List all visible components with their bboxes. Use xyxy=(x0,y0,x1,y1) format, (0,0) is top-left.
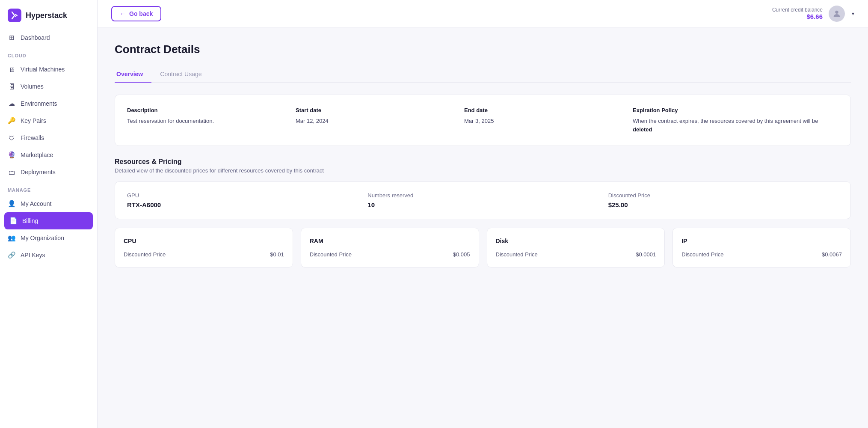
description-section: Description Test reservation for documen… xyxy=(127,107,285,134)
gpu-numbers-label: Numbers reserved xyxy=(367,192,598,199)
tab-overview[interactable]: Overview xyxy=(115,66,151,83)
billing-label: Billing xyxy=(22,217,38,224)
ram-card: RAM Discounted Price $0.005 xyxy=(301,228,479,268)
ip-price-row: Discounted Price $0.0067 xyxy=(681,251,842,258)
svg-point-1 xyxy=(835,10,838,13)
tab-contract-usage[interactable]: Contract Usage xyxy=(158,66,210,83)
key-pairs-label: Key Pairs xyxy=(21,117,46,124)
disk-title: Disk xyxy=(496,238,656,244)
cpu-title: CPU xyxy=(124,238,284,244)
go-back-label: Go back xyxy=(129,10,153,17)
sidebar-item-environments[interactable]: ☁ Environments xyxy=(0,95,97,112)
deployments-icon: 🗃 xyxy=(8,168,15,176)
my-organization-icon: 👥 xyxy=(8,234,15,242)
sidebar-item-my-organization[interactable]: 👥 My Organization xyxy=(0,229,97,247)
tabs: Overview Contract Usage xyxy=(115,66,851,83)
sidebar-nav: ⊞ Dashboard CLOUD 🖥 Virtual Machines 🗄 V… xyxy=(0,29,97,428)
marketplace-label: Marketplace xyxy=(21,152,53,158)
sidebar-item-marketplace[interactable]: 🔮 Marketplace xyxy=(0,146,97,163)
expiration-policy-label: Expiration Policy xyxy=(633,107,838,113)
end-date-section: End date Mar 3, 2025 xyxy=(464,107,622,134)
sidebar-item-billing[interactable]: 📄 Billing xyxy=(4,212,93,229)
marketplace-icon: 🔮 xyxy=(8,151,15,159)
sidebar-item-volumes[interactable]: 🗄 Volumes xyxy=(0,78,97,95)
sidebar: Hyperstack ⊞ Dashboard CLOUD 🖥 Virtual M… xyxy=(0,0,98,428)
cpu-card: CPU Discounted Price $0.01 xyxy=(115,228,293,268)
details-grid: Description Test reservation for documen… xyxy=(127,107,838,134)
ip-price-label: Discounted Price xyxy=(681,251,723,258)
key-pairs-icon: 🔑 xyxy=(8,117,15,125)
virtual-machines-icon: 🖥 xyxy=(8,65,15,73)
my-account-label: My Account xyxy=(21,200,51,207)
content-area: Contract Details Overview Contract Usage… xyxy=(98,27,868,428)
my-organization-label: My Organization xyxy=(21,235,64,241)
deployments-label: Deployments xyxy=(21,169,56,175)
contract-details-card: Description Test reservation for documen… xyxy=(115,95,851,146)
ram-price-value: $0.005 xyxy=(453,251,470,258)
description-label: Description xyxy=(127,107,285,113)
go-back-arrow-icon: ← xyxy=(120,10,126,17)
description-value: Test reservation for documentation. xyxy=(127,117,285,125)
firewalls-label: Firewalls xyxy=(21,134,44,141)
disk-card: Disk Discounted Price $0.0001 xyxy=(487,228,665,268)
cloud-section-label: CLOUD xyxy=(0,46,97,61)
sidebar-item-virtual-machines[interactable]: 🖥 Virtual Machines xyxy=(0,61,97,78)
ip-card: IP Discounted Price $0.0067 xyxy=(672,228,851,268)
start-date-label: Start date xyxy=(296,107,454,113)
credit-amount: $6.66 xyxy=(772,13,823,20)
billing-icon: 📄 xyxy=(9,217,17,225)
volumes-icon: 🗄 xyxy=(8,83,15,90)
gpu-type-section: GPU RTX-A6000 xyxy=(127,192,357,208)
logo-icon xyxy=(8,9,21,22)
ram-price-label: Discounted Price xyxy=(310,251,352,258)
gpu-type-value: RTX-A6000 xyxy=(127,201,357,208)
dashboard-label: Dashboard xyxy=(21,34,50,41)
ram-price-row: Discounted Price $0.005 xyxy=(310,251,470,258)
resources-section-subtitle: Detailed view of the discounted prices f… xyxy=(115,167,851,174)
end-date-value: Mar 3, 2025 xyxy=(464,117,622,125)
api-keys-icon: 🔗 xyxy=(8,251,15,259)
topbar-right: Current credit balance $6.66 ▾ xyxy=(772,6,854,22)
page-title: Contract Details xyxy=(115,43,851,56)
sidebar-item-my-account[interactable]: 👤 My Account xyxy=(0,195,97,212)
resource-cards: CPU Discounted Price $0.01 RAM Discounte… xyxy=(115,228,851,268)
ip-price-value: $0.0067 xyxy=(822,251,842,258)
cpu-price-value: $0.01 xyxy=(270,251,284,258)
cpu-price-label: Discounted Price xyxy=(124,251,166,258)
go-back-button[interactable]: ← Go back xyxy=(111,6,161,21)
cpu-price-row: Discounted Price $0.01 xyxy=(124,251,284,258)
sidebar-item-dashboard[interactable]: ⊞ Dashboard xyxy=(0,29,97,46)
gpu-type-label: GPU xyxy=(127,192,357,199)
gpu-price-label: Discounted Price xyxy=(608,192,838,199)
environments-label: Environments xyxy=(21,100,57,107)
credit-info: Current credit balance $6.66 xyxy=(772,7,823,20)
gpu-price-value: $25.00 xyxy=(608,201,838,208)
avatar-icon xyxy=(832,9,841,18)
resources-section-title: Resources & Pricing xyxy=(115,158,851,166)
topbar: ← Go back Current credit balance $6.66 ▾ xyxy=(98,0,868,27)
gpu-price-section: Discounted Price $25.00 xyxy=(608,192,838,208)
ram-title: RAM xyxy=(310,238,470,244)
disk-price-label: Discounted Price xyxy=(496,251,538,258)
gpu-numbers-value: 10 xyxy=(367,201,598,208)
sidebar-item-api-keys[interactable]: 🔗 API Keys xyxy=(0,247,97,264)
logo: Hyperstack xyxy=(0,0,97,29)
start-date-section: Start date Mar 12, 2024 xyxy=(296,107,454,134)
sidebar-item-firewalls[interactable]: 🛡 Firewalls xyxy=(0,129,97,146)
disk-price-value: $0.0001 xyxy=(636,251,656,258)
disk-price-row: Discounted Price $0.0001 xyxy=(496,251,656,258)
sidebar-item-key-pairs[interactable]: 🔑 Key Pairs xyxy=(0,112,97,129)
main-area: ← Go back Current credit balance $6.66 ▾… xyxy=(98,0,868,428)
gpu-card: GPU RTX-A6000 Numbers reserved 10 Discou… xyxy=(115,181,851,219)
credit-label: Current credit balance xyxy=(772,7,823,13)
my-account-icon: 👤 xyxy=(8,200,15,208)
virtual-machines-label: Virtual Machines xyxy=(21,66,65,73)
environments-icon: ☁ xyxy=(8,100,15,107)
app-name: Hyperstack xyxy=(26,11,67,20)
expiration-policy-text: When the contract expires, the resources… xyxy=(633,117,838,134)
manage-section-label: MANAGE xyxy=(0,181,97,195)
end-date-label: End date xyxy=(464,107,622,113)
expiration-policy-bold: deleted xyxy=(633,126,652,133)
sidebar-item-deployments[interactable]: 🗃 Deployments xyxy=(0,163,97,181)
ip-title: IP xyxy=(681,238,842,244)
